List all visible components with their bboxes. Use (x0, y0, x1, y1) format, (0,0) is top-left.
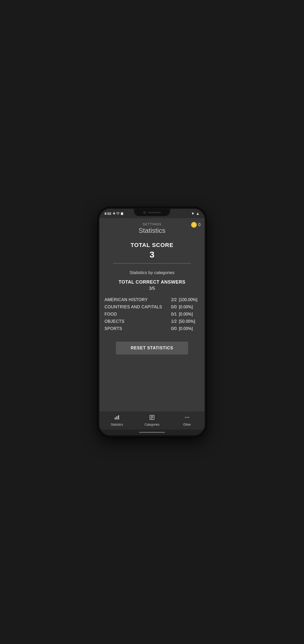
gear-icon: ⚙ (113, 212, 115, 215)
cat-name: OBJECTS (105, 319, 166, 324)
cat-percent: [50.00%] (179, 319, 199, 324)
camera (143, 211, 146, 214)
reset-btn-container: RESET STATISTICS (99, 336, 205, 360)
more-icon (184, 415, 190, 422)
cat-percent: [0.00%] (179, 312, 199, 317)
nav-item-other[interactable]: Other (170, 415, 205, 426)
cat-stats: 2/2 [100.00%] (166, 298, 199, 302)
cat-stats: 0/0 [0.00%] (166, 326, 199, 331)
category-item: AMERICAN HISTORY 2/2 [100.00%] (105, 296, 199, 303)
category-item: SPORTS 0/0 [0.00%] (105, 325, 199, 332)
nav-item-statistics[interactable]: Statistics (99, 415, 134, 426)
cat-percent: [0.00%] (179, 305, 199, 309)
cat-stats: 1/2 [50.00%] (166, 319, 199, 324)
total-score-label: TOTAL SCORE (131, 242, 173, 249)
category-item: OBJECTS 1/2 [50.00%] (105, 318, 199, 325)
header: 🪙 0 SETTINGS Statistics (99, 218, 205, 237)
total-correct-label: TOTAL CORRECT ANSWERS (105, 279, 199, 285)
status-time: 8:52 (105, 212, 111, 216)
cat-score: 0/0 (166, 305, 177, 309)
cat-name: SPORTS (105, 326, 166, 331)
reset-statistics-button[interactable]: RESET STATISTICS (116, 342, 188, 354)
app-content: 🪙 0 SETTINGS Statistics TOTAL SCORE 3 St… (99, 218, 205, 430)
cat-percent: [100.00%] (179, 298, 199, 302)
cat-stats: 0/1 [0.00%] (166, 312, 199, 317)
cat-score: 0/0 (166, 326, 177, 331)
bar-chart-icon (114, 415, 120, 422)
cat-stats: 0/0 [0.00%] (166, 305, 199, 309)
svg-rect-0 (115, 417, 116, 419)
page-title: Statistics (139, 227, 165, 235)
coin-count: 0 (198, 222, 201, 227)
speaker (148, 212, 161, 213)
cat-percent: [0.00%] (179, 326, 199, 331)
phone-frame: 8:52 ⚙ 🛡 📋 ▼ ▲ 🪙 0 SETTINGS Statistics T… (98, 207, 206, 437)
svg-point-9 (188, 417, 189, 418)
svg-point-8 (187, 417, 188, 418)
spacer (99, 360, 205, 411)
cat-name: FOOD (105, 312, 166, 317)
nav-label: Categories (145, 423, 159, 426)
stats-by-cat-label: Statistics by categories (105, 270, 199, 275)
side-button (205, 260, 206, 276)
status-icons: ⚙ 🛡 📋 (113, 212, 124, 215)
status-right: ▼ ▲ (191, 211, 199, 216)
bottom-nav: Statistics Categories Other (99, 411, 205, 430)
nav-item-categories[interactable]: Categories (134, 415, 170, 426)
clipboard-icon: 📋 (120, 212, 124, 215)
category-item: COUNTRIES AND CAPITALS 0/0 [0.00%] (105, 303, 199, 311)
coin-icon: 🪙 (191, 222, 197, 228)
home-bar (139, 432, 165, 433)
total-score-value: 3 (150, 250, 155, 260)
cat-score: 0/1 (166, 312, 177, 317)
svg-point-7 (185, 417, 186, 418)
shield-icon: 🛡 (116, 212, 119, 215)
divider (113, 263, 191, 263)
category-item: FOOD 0/1 [0.00%] (105, 311, 199, 318)
notch (134, 209, 170, 216)
cat-name: COUNTRIES AND CAPITALS (105, 305, 166, 309)
status-left: 8:52 ⚙ 🛡 📋 (105, 212, 124, 216)
cat-score: 2/2 (166, 298, 177, 302)
cat-score: 1/2 (166, 319, 177, 324)
settings-label: SETTINGS (142, 222, 161, 226)
total-correct-value: 3/5 (105, 286, 199, 291)
category-list: AMERICAN HISTORY 2/2 [100.00%] COUNTRIES… (105, 296, 199, 332)
categories-section: Statistics by categories TOTAL CORRECT A… (99, 266, 205, 336)
score-section: TOTAL SCORE 3 (99, 237, 205, 266)
svg-rect-2 (118, 415, 119, 420)
cat-name: AMERICAN HISTORY (105, 298, 166, 302)
list-icon (149, 415, 155, 422)
signal-icon: ▲ (196, 211, 199, 216)
home-indicator (99, 430, 205, 435)
wifi-icon: ▼ (191, 211, 195, 216)
coin-badge: 🪙 0 (191, 222, 201, 228)
nav-label: Statistics (111, 423, 123, 426)
nav-label: Other (183, 423, 191, 426)
svg-rect-1 (116, 416, 117, 419)
